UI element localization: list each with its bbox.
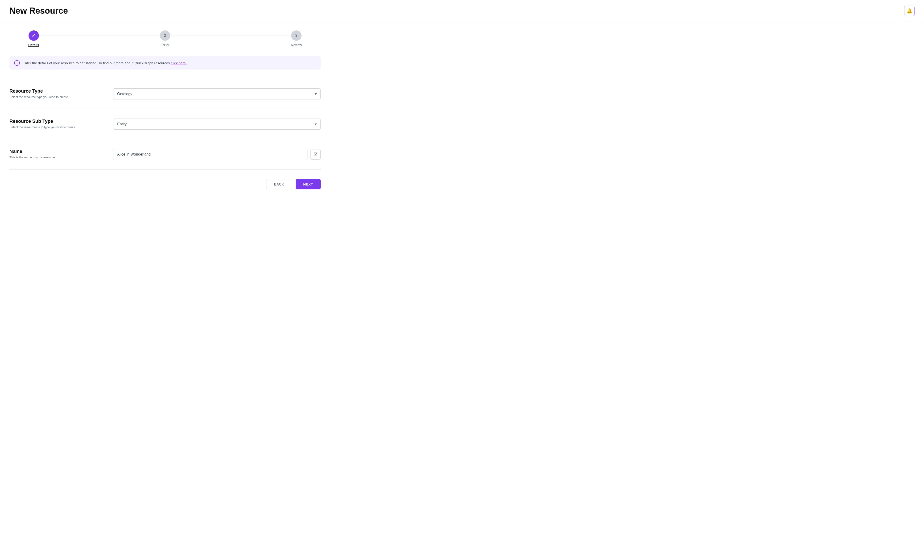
resource-type-description: Select the resource type you wish to cre… <box>9 95 104 99</box>
info-icon: i <box>14 60 20 66</box>
resource-type-label-group: Resource Type Select the resource type y… <box>9 88 104 99</box>
step-connector-2 <box>170 36 291 36</box>
info-link[interactable]: click here. <box>171 61 187 65</box>
resource-type-select-wrapper: Ontology Graph Dataset ▼ <box>113 88 321 99</box>
resource-type-control: Ontology Graph Dataset ▼ <box>113 88 321 99</box>
resource-sub-type-select-wrapper: Entity Relation Other ▼ <box>113 118 321 130</box>
checkmark-icon: ✓ <box>32 33 36 38</box>
step-editor: 2 Editor <box>160 30 170 47</box>
name-section: Name This is the name of your resource ⚄ <box>9 139 321 170</box>
name-heading: Name <box>9 149 104 154</box>
step-circle-1: ✓ <box>28 30 39 41</box>
resource-sub-type-select[interactable]: Entity Relation Other <box>113 118 321 130</box>
name-control: ⚄ <box>113 149 321 160</box>
stepper: ✓ Details 2 Editor 3 Review <box>9 30 321 47</box>
step-label-details: Details <box>28 43 39 47</box>
step-circle-2: 2 <box>160 30 170 41</box>
info-banner: i Enter the details of your resource to … <box>9 56 321 69</box>
bell-icon: 🔔 <box>906 8 912 13</box>
step-details: ✓ Details <box>28 30 39 47</box>
info-text: Enter the details of your resource to ge… <box>22 61 187 65</box>
back-button[interactable]: BACK <box>266 179 292 189</box>
info-text-content: Enter the details of your resource to ge… <box>22 61 171 65</box>
next-button[interactable]: NEXT <box>296 179 321 189</box>
resource-sub-type-section: Resource Sub Type Select the resources s… <box>9 109 321 139</box>
page-header: New Resource 🔔 <box>0 0 924 21</box>
resource-sub-type-heading: Resource Sub Type <box>9 118 104 124</box>
resource-type-section: Resource Type Select the resource type y… <box>9 79 321 109</box>
name-label-group: Name This is the name of your resource <box>9 149 104 159</box>
footer-actions: BACK NEXT <box>9 170 321 194</box>
step-review: 3 Review <box>291 30 302 47</box>
notification-button[interactable]: 🔔 <box>904 6 915 16</box>
resource-sub-type-description: Select the resources sub type you wish t… <box>9 126 104 129</box>
resource-type-heading: Resource Type <box>9 88 104 94</box>
step-label-editor: Editor <box>161 43 170 47</box>
dice-button[interactable]: ⚄ <box>310 149 321 160</box>
resource-sub-type-label-group: Resource Sub Type Select the resources s… <box>9 118 104 129</box>
name-input[interactable] <box>113 149 308 160</box>
step-connector-1 <box>39 36 160 36</box>
resource-type-select[interactable]: Ontology Graph Dataset <box>113 88 321 99</box>
step-circle-3: 3 <box>291 30 302 41</box>
resource-sub-type-control: Entity Relation Other ▼ <box>113 118 321 130</box>
main-content: ✓ Details 2 Editor 3 Review i Enter the … <box>0 21 330 204</box>
page-title: New Resource <box>9 6 68 16</box>
step-label-review: Review <box>291 43 302 47</box>
dice-icon: ⚄ <box>314 151 318 157</box>
name-description: This is the name of your resource <box>9 156 104 159</box>
